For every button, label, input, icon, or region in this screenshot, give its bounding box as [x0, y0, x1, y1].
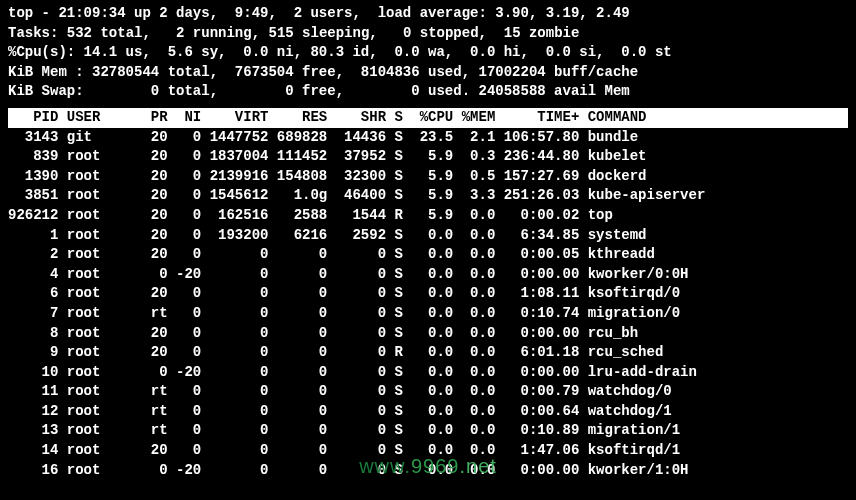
process-row: 16 root 0 -20 0 0 0 S 0.0 0.0 0:00.00 kw…: [8, 461, 848, 481]
summary-swap: KiB Swap: 0 total, 0 free, 0 used. 24058…: [8, 82, 848, 102]
process-row: 6 root 20 0 0 0 0 S 0.0 0.0 1:08.11 ksof…: [8, 284, 848, 304]
process-row: 1390 root 20 0 2139916 154808 32300 S 5.…: [8, 167, 848, 187]
process-row: 3143 git 20 0 1447752 689828 14436 S 23.…: [8, 128, 848, 148]
top-summary: top - 21:09:34 up 2 days, 9:49, 2 users,…: [8, 4, 848, 102]
process-row: 7 root rt 0 0 0 0 S 0.0 0.0 0:10.74 migr…: [8, 304, 848, 324]
process-row: 926212 root 20 0 162516 2588 1544 R 5.9 …: [8, 206, 848, 226]
process-row: 10 root 0 -20 0 0 0 S 0.0 0.0 0:00.00 lr…: [8, 363, 848, 383]
summary-uptime: top - 21:09:34 up 2 days, 9:49, 2 users,…: [8, 4, 848, 24]
process-row: 2 root 20 0 0 0 0 S 0.0 0.0 0:00.05 kthr…: [8, 245, 848, 265]
summary-cpu: %Cpu(s): 14.1 us, 5.6 sy, 0.0 ni, 80.3 i…: [8, 43, 848, 63]
process-row: 3851 root 20 0 1545612 1.0g 46400 S 5.9 …: [8, 186, 848, 206]
process-row: 13 root rt 0 0 0 0 S 0.0 0.0 0:10.89 mig…: [8, 421, 848, 441]
process-row: 12 root rt 0 0 0 0 S 0.0 0.0 0:00.64 wat…: [8, 402, 848, 422]
process-row: 1 root 20 0 193200 6216 2592 S 0.0 0.0 6…: [8, 226, 848, 246]
process-row: 11 root rt 0 0 0 0 S 0.0 0.0 0:00.79 wat…: [8, 382, 848, 402]
summary-mem: KiB Mem : 32780544 total, 7673504 free, …: [8, 63, 848, 83]
process-list[interactable]: 3143 git 20 0 1447752 689828 14436 S 23.…: [8, 128, 848, 481]
summary-tasks: Tasks: 532 total, 2 running, 515 sleepin…: [8, 24, 848, 44]
process-row: 839 root 20 0 1837004 111452 37952 S 5.9…: [8, 147, 848, 167]
process-row: 4 root 0 -20 0 0 0 S 0.0 0.0 0:00.00 kwo…: [8, 265, 848, 285]
process-row: 8 root 20 0 0 0 0 S 0.0 0.0 0:00.00 rcu_…: [8, 324, 848, 344]
process-row: 9 root 20 0 0 0 0 R 0.0 0.0 6:01.18 rcu_…: [8, 343, 848, 363]
process-table-header: PID USER PR NI VIRT RES SHR S %CPU %MEM …: [8, 108, 848, 128]
process-row: 14 root 20 0 0 0 0 S 0.0 0.0 1:47.06 kso…: [8, 441, 848, 461]
